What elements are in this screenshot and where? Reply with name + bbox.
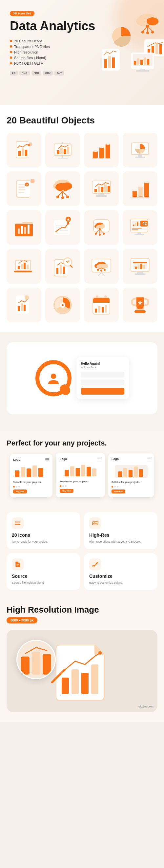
- svg-point-2: [146, 18, 158, 25]
- phone-btn-2[interactable]: Buy Now: [60, 489, 73, 493]
- phone-dots-2: [60, 485, 101, 487]
- svg-rect-27: [147, 59, 149, 65]
- format-png: PNG: [19, 70, 30, 75]
- hires-section: High Resolution Image 3000 x 3000 px: [0, 596, 164, 722]
- svg-rect-145: [27, 265, 29, 269]
- svg-rect-179: [24, 305, 26, 311]
- svg-rect-29: [136, 70, 149, 71]
- svg-rect-47: [93, 151, 98, 158]
- svg-rect-102: [28, 224, 30, 234]
- svg-point-183: [62, 304, 64, 306]
- svg-rect-216: [15, 522, 21, 523]
- svg-rect-89: [144, 182, 149, 197]
- svg-rect-170: [134, 274, 145, 275]
- svg-rect-135: [132, 228, 142, 228]
- svg-point-90: [144, 181, 149, 183]
- hires-feature-desc: High resolutions with 3000px X 3000px.: [89, 540, 152, 544]
- svg-rect-23: [134, 61, 136, 65]
- icon-item-9: [6, 210, 41, 245]
- bullet-icon: [10, 51, 12, 53]
- svg-rect-87: [104, 185, 107, 192]
- svg-rect-26: [144, 57, 146, 65]
- magnify-content: [18, 642, 54, 678]
- svg-rect-64: [19, 186, 25, 188]
- phone-mock-2: Logo Suitable for your projects.: [56, 453, 105, 497]
- svg-rect-174: [140, 264, 142, 269]
- svg-rect-24: [137, 58, 139, 65]
- svg-rect-85: [98, 186, 100, 192]
- layers-icon: [14, 520, 21, 527]
- icon-item-15: [84, 249, 119, 284]
- phone-chart-2: [60, 463, 101, 476]
- svg-rect-217: [15, 521, 21, 522]
- svg-rect-129: [133, 224, 134, 226]
- phone-btn-3[interactable]: Buy Now: [111, 490, 125, 493]
- svg-rect-192: [102, 307, 104, 313]
- icon-item-11: [84, 210, 119, 245]
- source-feature-icon-wrapper: [12, 558, 24, 570]
- icon-item-2: [45, 133, 80, 167]
- svg-rect-202: [38, 468, 43, 477]
- svg-rect-210: [118, 471, 122, 477]
- source-feature-desc: Source file include blend: [12, 581, 75, 585]
- bullet-icon: [10, 62, 12, 64]
- svg-rect-126: [137, 232, 141, 234]
- icon-item-5: [6, 172, 41, 206]
- icon-item-14: [45, 249, 80, 284]
- svg-rect-101: [24, 227, 26, 234]
- svg-point-79: [66, 196, 69, 198]
- source-icon: [14, 561, 21, 568]
- phone-btn-1[interactable]: Buy Now: [13, 490, 27, 493]
- svg-rect-178: [21, 303, 23, 311]
- svg-line-4: [143, 26, 147, 31]
- hires-feature-icon-wrapper: [89, 517, 101, 529]
- source-feature-title: Source: [12, 574, 75, 579]
- svg-rect-49: [99, 147, 104, 158]
- mockup-phones-container: Logo Suitable for your projects.: [6, 453, 158, 497]
- svg-point-161: [96, 264, 106, 269]
- svg-rect-19: [108, 56, 111, 68]
- hires-preview-card: gfxtra.com: [6, 630, 158, 712]
- svg-rect-191: [98, 306, 100, 313]
- feature-card-source: Source Source file include blend: [6, 553, 80, 590]
- svg-point-7: [141, 31, 144, 33]
- svg-line-76: [63, 191, 68, 196]
- svg-rect-187: [93, 301, 109, 303]
- phone-menu-2: [97, 458, 101, 461]
- form-subtitle: Welcome Back: [81, 366, 124, 368]
- svg-point-122: [99, 234, 101, 236]
- icon-item-19: [84, 287, 119, 322]
- svg-rect-205: [76, 468, 80, 476]
- icon-item-6: [45, 172, 80, 206]
- projects-section: Perfect for your any projects. Logo Suit…: [0, 431, 164, 505]
- svg-point-54: [99, 146, 104, 148]
- icon-grid: 42: [6, 133, 158, 322]
- svg-rect-177: [18, 306, 20, 311]
- format-obj: OBJ: [43, 70, 53, 75]
- feature-card-icons: 20 Icons Icons ready for your project: [6, 512, 80, 549]
- icons-feature-desc: Icons ready for your project: [12, 540, 75, 544]
- svg-line-156: [98, 273, 101, 276]
- svg-rect-229: [62, 678, 69, 694]
- magnify-circle: [17, 640, 56, 679]
- svg-rect-41: [57, 150, 59, 154]
- svg-rect-130: [135, 223, 136, 226]
- mock-username-input: [81, 372, 124, 377]
- svg-rect-62: [17, 181, 30, 197]
- svg-rect-33: [22, 148, 24, 156]
- svg-rect-195: [134, 310, 145, 313]
- svg-rect-190: [95, 309, 97, 313]
- svg-rect-142: [18, 266, 20, 269]
- svg-rect-82: [98, 194, 104, 195]
- customize-feature-title: Customize: [89, 574, 152, 579]
- svg-rect-83: [96, 195, 107, 197]
- svg-rect-173: [138, 265, 139, 269]
- feature-card-hires: High-Res High resolutions with 3000px X …: [84, 512, 158, 549]
- features-grid: 20 Icons Icons ready for your project Hi…: [6, 512, 158, 590]
- svg-rect-92: [138, 186, 143, 197]
- phone-header-2: Logo: [60, 457, 101, 461]
- icon-item-18: [45, 287, 80, 322]
- hero-section: 3D Icon Set Data Analytics 20 Beautiful …: [0, 0, 164, 105]
- icon-item-12: 42: [123, 210, 158, 245]
- svg-point-78: [61, 196, 64, 199]
